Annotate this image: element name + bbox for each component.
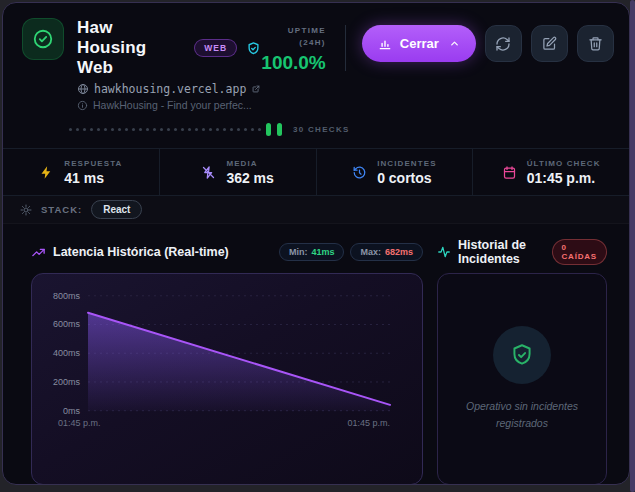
uptime-block: UPTIME (24H) 100.0% [261,25,325,74]
site-description-row: HawkHousing - Find your perfec... [77,99,261,111]
delete-button[interactable] [577,25,614,62]
zap-icon [39,165,54,180]
site-url: hawkhousing.vercel.app [94,82,246,96]
incidents-title: Historial de Incidentes [458,238,540,266]
edit-button[interactable] [531,25,568,62]
stack-label: STACK: [41,204,82,215]
incidents-panel: Operativo sin incidentes registrados [437,273,607,485]
stat-average: MEDIA 362 ms [159,149,316,195]
refresh-icon [495,36,511,52]
close-details-button[interactable]: Cerrar [362,25,476,62]
calendar-icon [502,165,517,180]
monitor-header: Haw Housing Web WEB hawkhousing.vercel.a… [3,3,629,111]
latency-chart-title: Latencia Histórica (Real-time) [53,245,229,259]
stat-response: RESPUESTA 41 ms [3,149,159,195]
svg-text:0ms: 0ms [63,406,80,416]
site-url-link[interactable]: hawkhousing.vercel.app [77,82,261,96]
type-badge: WEB [194,39,237,57]
svg-text:01:45 p.m.: 01:45 p.m. [58,418,100,428]
latency-chart: 800ms600ms400ms200ms0ms01:45 p.m.01:45 p… [31,273,423,485]
min-latency-value: 41ms [311,247,334,257]
refresh-button[interactable] [485,25,522,62]
activity-icon [437,245,451,259]
page-title: Haw Housing Web [77,18,185,78]
bar-chart-icon [378,37,392,51]
checks-count-label: 30 CHECKS [293,125,350,134]
site-description: HawkHousing - Find your perfec... [93,99,252,111]
trending-up-icon [31,245,46,260]
stack-row: STACK: React [3,196,629,224]
header-divider [345,25,346,71]
svg-text:01:45 p.m.: 01:45 p.m. [348,418,390,428]
page-scrollbar[interactable] [630,0,635,492]
max-latency-pill: Max: 682ms [350,243,423,261]
svg-text:800ms: 800ms [53,291,80,301]
uptime-period: (24H) [299,38,326,47]
check-dots [69,123,283,136]
verified-shield-icon [246,41,261,56]
gear-icon [20,204,32,216]
edit-icon [542,36,557,51]
svg-text:200ms: 200ms [53,377,80,387]
monitor-card: Haw Housing Web WEB hawkhousing.vercel.a… [2,2,630,485]
trash-icon [588,36,603,51]
average-icon [201,165,216,180]
latency-area-chart: 800ms600ms400ms200ms0ms01:45 p.m.01:45 p… [32,274,422,484]
chevron-up-icon [449,38,460,49]
checks-history: 30 CHECKS [3,111,629,148]
stack-tag-react: React [91,200,142,219]
incidents-count-badge: 0 CAÍDAS [552,239,607,265]
stats-row: RESPUESTA 41 ms MEDIA 362 ms INCIDENTES … [3,148,629,196]
min-latency-pill: Min: 41ms [279,243,345,261]
external-link-icon [251,84,261,94]
stat-incidents: INCIDENTES 0 cortos [316,149,473,195]
max-latency-value: 682ms [385,247,413,257]
uptime-label: UPTIME [288,26,326,35]
svg-text:400ms: 400ms [53,348,80,358]
info-icon [77,100,88,111]
svg-text:600ms: 600ms [53,320,80,330]
history-icon [352,165,367,180]
close-details-label: Cerrar [400,36,439,51]
shield-check-icon [493,326,551,384]
globe-icon [77,83,89,95]
uptime-value: 100.0% [261,52,325,74]
stat-last-check: ÚLTIMO CHECK 01:45 p.m. [472,149,629,195]
no-incidents-message: Operativo sin incidentes registrados [466,398,578,432]
status-ok-icon [22,18,64,60]
